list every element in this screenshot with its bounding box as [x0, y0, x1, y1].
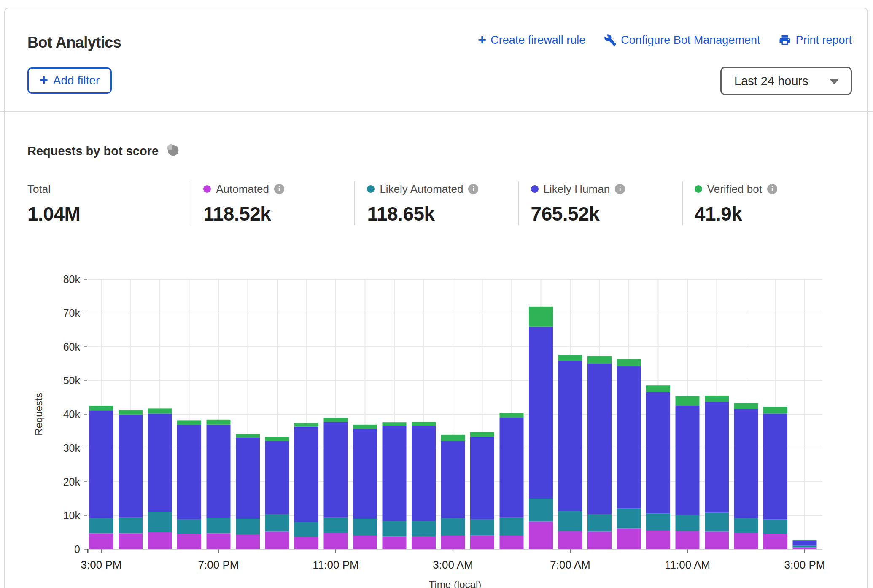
- svg-text:60k: 60k: [63, 341, 81, 353]
- stat-verified-bot-value: 41.9k: [695, 202, 837, 225]
- print-report-label: Print report: [795, 34, 852, 47]
- verified-bot-dot-icon: [695, 185, 702, 193]
- stat-automated-label: Automated: [216, 183, 269, 196]
- svg-text:80k: 80k: [63, 273, 81, 285]
- likely-human-dot-icon: [531, 185, 539, 193]
- stat-likely-human: Likely Human i 765.52k: [518, 181, 682, 225]
- time-range-value: Last 24 hours: [734, 74, 808, 88]
- svg-text:50k: 50k: [63, 375, 81, 386]
- page-title: Bot Analytics: [27, 34, 121, 51]
- create-firewall-rule-label: Create firewall rule: [490, 34, 585, 47]
- svg-text:3:00 PM: 3:00 PM: [784, 558, 825, 571]
- svg-text:0: 0: [74, 543, 80, 555]
- svg-text:7:00 PM: 7:00 PM: [198, 558, 239, 571]
- plus-icon: +: [478, 32, 486, 47]
- svg-text:10k: 10k: [63, 510, 81, 521]
- stat-automated: Automated i 118.52k: [191, 181, 354, 225]
- print-report-link[interactable]: Print report: [779, 34, 852, 47]
- requests-by-bot-score-chart-area: 010k20k30k40k50k60k70k80k3:00 PM7:00 PM1…: [0, 266, 873, 588]
- time-range-dropdown[interactable]: Last 24 hours: [720, 67, 852, 95]
- section-title-row: Requests by bot score: [27, 143, 180, 159]
- info-icon[interactable]: i: [468, 184, 478, 194]
- stat-total: Total 1.04M: [27, 181, 191, 225]
- printer-icon: [779, 34, 791, 46]
- chevron-down-icon: [830, 79, 839, 84]
- svg-text:Requests: Requests: [33, 393, 44, 435]
- svg-text:70k: 70k: [63, 307, 81, 319]
- add-filter-button[interactable]: + Add filter: [27, 67, 112, 94]
- section-title: Requests by bot score: [27, 144, 159, 158]
- create-firewall-rule-link[interactable]: + Create firewall rule: [478, 33, 585, 47]
- stats-row: Total 1.04M Automated i 118.52k Likely A…: [27, 181, 846, 225]
- stat-total-value: 1.04M: [27, 202, 182, 225]
- header-divider: [0, 111, 873, 112]
- info-icon[interactable]: i: [767, 184, 777, 194]
- stat-total-label: Total: [27, 183, 51, 196]
- svg-text:11:00 PM: 11:00 PM: [313, 558, 358, 571]
- stat-likely-human-value: 765.52k: [531, 202, 674, 225]
- plus-icon: +: [40, 73, 48, 87]
- header-actions: + Create firewall rule Configure Bot Man…: [478, 33, 852, 47]
- svg-text:40k: 40k: [63, 408, 81, 420]
- stat-likely-automated-label: Likely Automated: [380, 183, 463, 196]
- stat-likely-human-label: Likely Human: [544, 183, 610, 196]
- svg-text:3:00 PM: 3:00 PM: [81, 558, 122, 571]
- svg-text:7:00 AM: 7:00 AM: [550, 558, 590, 571]
- pie-chart-icon: [166, 143, 180, 159]
- automated-dot-icon: [203, 185, 211, 193]
- info-icon[interactable]: i: [274, 184, 284, 194]
- add-filter-label: Add filter: [53, 74, 100, 87]
- stat-verified-bot-label: Verified bot: [707, 183, 762, 196]
- stat-likely-automated: Likely Automated i 118.65k: [354, 181, 518, 225]
- svg-text:20k: 20k: [63, 476, 81, 488]
- bot-score-chart[interactable]: 010k20k30k40k50k60k70k80k3:00 PM7:00 PM1…: [0, 266, 873, 588]
- configure-bot-management-link[interactable]: Configure Bot Management: [604, 34, 760, 47]
- stat-likely-automated-value: 118.65k: [367, 202, 509, 225]
- stat-verified-bot: Verified bot i 41.9k: [682, 181, 846, 225]
- bot-analytics-page: Bot Analytics + Create firewall rule Con…: [0, 0, 873, 588]
- info-icon[interactable]: i: [615, 184, 625, 194]
- configure-bot-management-label: Configure Bot Management: [621, 34, 760, 47]
- svg-text:30k: 30k: [63, 442, 81, 454]
- svg-text:3:00 AM: 3:00 AM: [433, 558, 473, 571]
- likely-automated-dot-icon: [367, 185, 375, 193]
- svg-text:Time (local): Time (local): [429, 579, 481, 588]
- svg-text:11:00 AM: 11:00 AM: [665, 558, 710, 571]
- stat-automated-value: 118.52k: [203, 202, 346, 225]
- wrench-icon: [604, 34, 617, 46]
